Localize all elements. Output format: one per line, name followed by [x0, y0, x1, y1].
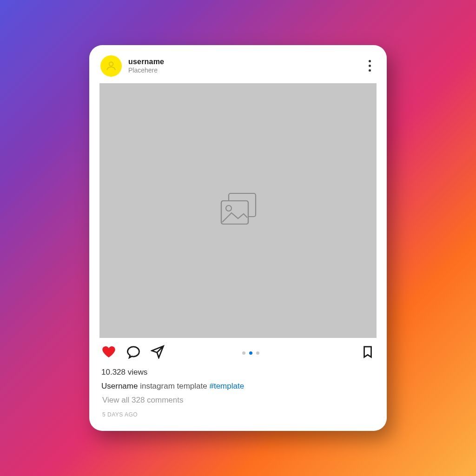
view-comments-link[interactable]: View all 328 comments [99, 392, 377, 406]
caption-text: instagram template [140, 382, 207, 390]
post-header: username Placehere [99, 54, 377, 83]
comment-button[interactable] [126, 345, 140, 361]
post-media[interactable] [99, 83, 377, 338]
bookmark-button[interactable] [361, 345, 375, 361]
caption: Username instagram template #template [99, 379, 377, 392]
like-button[interactable] [101, 344, 116, 361]
bookmark-icon [361, 345, 375, 359]
post-timestamp: 5 DAYS AGO [99, 406, 377, 420]
carousel-pagination[interactable] [140, 351, 361, 355]
person-icon [105, 60, 117, 72]
pagination-dot [242, 351, 245, 355]
pagination-dot [256, 351, 259, 355]
action-bar [99, 338, 377, 364]
location-label: Placehere [128, 66, 366, 74]
svg-rect-2 [221, 201, 248, 224]
caption-username[interactable]: Username [101, 382, 138, 390]
avatar[interactable] [100, 55, 122, 77]
image-placeholder-icon [216, 191, 260, 231]
views-count: 10.328 views [99, 364, 377, 379]
more-options-button[interactable] [366, 58, 374, 73]
post-card: username Placehere [89, 45, 387, 431]
pagination-dot-active [249, 351, 252, 355]
speech-bubble-icon [126, 345, 140, 359]
more-vertical-icon [369, 60, 371, 62]
username-label: username [128, 58, 366, 66]
svg-point-0 [109, 62, 113, 66]
caption-hashtag[interactable]: #template [209, 382, 244, 390]
user-info[interactable]: username Placehere [128, 58, 366, 74]
heart-icon [101, 344, 116, 359]
